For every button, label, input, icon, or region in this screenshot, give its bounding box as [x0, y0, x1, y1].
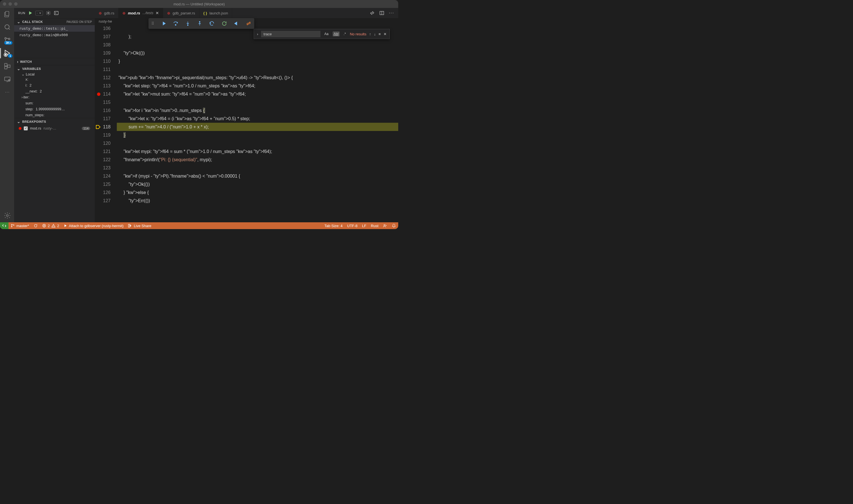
disconnect-button[interactable] [246, 21, 251, 26]
code-line[interactable]: "kw">pub "kw">fn "fnname">pi_sequential(… [117, 74, 398, 82]
line-number[interactable]: 106 [95, 24, 111, 33]
line-number[interactable]: 123 [95, 164, 111, 172]
variable-row[interactable]: __next: 2 [14, 88, 95, 94]
run-debug-icon[interactable]: 1 [3, 49, 11, 57]
code-line[interactable]: "kw">for i "kw">in "num">0..num_steps { [117, 106, 398, 114]
toggle-replace-icon[interactable]: › [257, 32, 258, 36]
debug-target[interactable]: Attach to gdbserver (rusty-hermit) [61, 222, 126, 229]
variable-row[interactable]: x: [14, 76, 95, 82]
regex-button[interactable]: .* [343, 31, 347, 36]
line-number[interactable]: 118 [95, 123, 111, 131]
find-in-selection-icon[interactable]: ≡ [378, 32, 381, 36]
code-line[interactable] [117, 41, 398, 49]
variables-header[interactable]: ⌄ VARIABLES [14, 65, 95, 72]
close-tab-icon[interactable]: ✕ [156, 11, 159, 15]
callstack-frame[interactable]: rusty_demo::main@0x000 [14, 32, 95, 38]
step-out-button[interactable] [197, 21, 202, 26]
variable-row[interactable]: ›iter: [14, 94, 95, 100]
variables-scope-local[interactable]: ⌄ Local [14, 72, 95, 76]
line-number[interactable]: 110 [95, 57, 111, 65]
reverse-continue-button[interactable] [234, 21, 239, 26]
feedback-icon[interactable] [381, 224, 389, 228]
line-number[interactable]: 116 [95, 106, 111, 114]
line-number[interactable]: 109 [95, 49, 111, 57]
code-line[interactable]: sum += "num">4.0 / ("num">1.0 + x * x); [117, 123, 398, 131]
code-line[interactable]: "ty">Ok(()) [117, 180, 398, 188]
editor-tab[interactable]: ⊕mod.rs.../tests✕ [119, 8, 163, 18]
prev-match-icon[interactable]: ↑ [369, 32, 371, 36]
remote-explorer-icon[interactable] [3, 75, 11, 83]
close-find-icon[interactable]: ✕ [383, 32, 387, 36]
live-share[interactable]: Live Share [126, 222, 153, 229]
window-controls[interactable] [3, 2, 18, 6]
explorer-icon[interactable] [3, 10, 11, 18]
code-line[interactable]: "fnname">println!("Pi: {} (sequential)",… [117, 156, 398, 164]
git-branch[interactable]: master* [8, 222, 31, 229]
problems-indicator[interactable]: 2 2 [40, 222, 61, 229]
line-number[interactable]: 107 [95, 33, 111, 41]
more-icon[interactable]: ··· [3, 88, 11, 96]
line-number[interactable]: 120 [95, 139, 111, 147]
debug-config-dropdown[interactable]: · [35, 11, 43, 16]
find-input[interactable] [261, 31, 321, 37]
remote-indicator[interactable] [0, 222, 8, 229]
source-control-icon[interactable]: 3K+ [3, 36, 11, 44]
next-match-icon[interactable]: ↓ [374, 32, 376, 36]
minimize-icon[interactable] [8, 2, 12, 6]
split-editor-icon[interactable] [379, 11, 384, 16]
breakpoint-row[interactable]: ✓ mod.rs rusty-… 114 [14, 125, 95, 131]
more-actions-icon[interactable]: ··· [389, 11, 394, 16]
line-number[interactable]: 117 [95, 114, 111, 123]
close-icon[interactable] [3, 2, 6, 6]
match-whole-word-button[interactable]: Abl [332, 31, 340, 36]
line-number[interactable]: 119 [95, 131, 111, 139]
line-number[interactable]: 108 [95, 41, 111, 49]
start-debug-button[interactable] [28, 11, 33, 15]
code-line[interactable] [117, 65, 398, 74]
code-line[interactable]: "kw">let step: "ty">f64 = "num">1.0 / nu… [117, 82, 398, 90]
line-number[interactable]: 127 [95, 197, 111, 205]
code-line[interactable] [117, 139, 398, 147]
extensions-icon[interactable] [3, 62, 11, 70]
breakpoint-checkbox[interactable]: ✓ [24, 126, 28, 130]
settings-gear-icon[interactable] [3, 212, 11, 219]
editor-tab[interactable]: ⊕gdb.rs [95, 8, 119, 18]
editor-tab[interactable]: { }launch.json [199, 8, 233, 18]
callstack-frame[interactable]: rusty_demo::tests::pi_ [14, 25, 95, 32]
watch-header[interactable]: › WATCH [14, 58, 95, 65]
code-line[interactable]: "kw">let mypi: "ty">f64 = sum * ("num">1… [117, 147, 398, 156]
eol[interactable]: LF [360, 224, 368, 228]
line-number[interactable]: 114 [95, 90, 111, 98]
code-line[interactable]: "kw">let x: "ty">f64 = (i "kw">as "ty">f… [117, 114, 398, 123]
variable-row[interactable]: num_steps: [14, 112, 95, 118]
debug-settings-button[interactable] [46, 11, 51, 16]
line-number[interactable]: 111 [95, 65, 111, 74]
debug-console-button[interactable] [54, 11, 59, 16]
match-case-button[interactable]: Aa [323, 31, 330, 36]
code-editor[interactable]: 1061071081091101111121131141151161171181… [95, 24, 398, 222]
line-number[interactable]: 115 [95, 98, 111, 106]
code-line[interactable]: } [117, 57, 398, 65]
variable-row[interactable]: step: 1.99999999999… [14, 106, 95, 112]
line-number[interactable]: 121 [95, 147, 111, 156]
compare-changes-icon[interactable] [370, 11, 375, 16]
language-mode[interactable]: Rust [368, 224, 381, 228]
code-line[interactable]: } "kw">else { [117, 188, 398, 197]
line-number[interactable]: 122 [95, 156, 111, 164]
encoding[interactable]: UTF-8 [345, 224, 360, 228]
line-number[interactable]: 125 [95, 180, 111, 188]
maximize-icon[interactable] [14, 2, 18, 6]
code-line[interactable]: "ty">Err(()) [117, 197, 398, 205]
code-line[interactable]: "kw">let "kw">mut sum: "ty">f64 = "num">… [117, 90, 398, 98]
continue-button[interactable] [161, 21, 166, 26]
breakpoint-icon[interactable] [97, 92, 101, 96]
notifications-icon[interactable] [389, 224, 398, 228]
variable-row[interactable]: sum: [14, 100, 95, 106]
step-into-button[interactable] [185, 21, 190, 26]
editor-tab[interactable]: ⊕gdb_parser.rs [163, 8, 199, 18]
restart-button[interactable] [221, 21, 227, 26]
code-line[interactable] [117, 98, 398, 106]
variable-row[interactable]: i: 2 [14, 82, 95, 88]
code-line[interactable]: } [117, 131, 398, 139]
search-icon[interactable] [3, 23, 11, 31]
